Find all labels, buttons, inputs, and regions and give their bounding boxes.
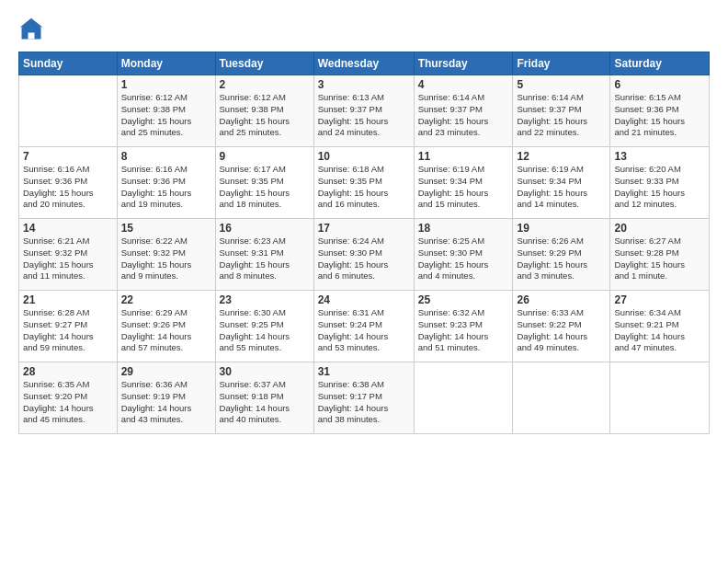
day-info: Sunrise: 6:23 AM Sunset: 9:31 PM Dayligh… xyxy=(220,236,310,282)
calendar-cell: 9Sunrise: 6:17 AM Sunset: 9:35 PM Daylig… xyxy=(215,147,313,219)
calendar-header-sunday: Sunday xyxy=(19,52,118,75)
day-info: Sunrise: 6:30 AM Sunset: 9:25 PM Dayligh… xyxy=(220,307,310,354)
calendar-cell xyxy=(414,362,513,434)
day-info: Sunrise: 6:12 AM Sunset: 9:38 PM Dayligh… xyxy=(121,92,211,139)
day-info: Sunrise: 6:16 AM Sunset: 9:36 PM Dayligh… xyxy=(23,164,113,211)
calendar-week-3: 14Sunrise: 6:21 AM Sunset: 9:32 PM Dayli… xyxy=(19,219,710,291)
page: SundayMondayTuesdayWednesdayThursdayFrid… xyxy=(0,0,728,563)
calendar-header-wednesday: Wednesday xyxy=(313,52,414,75)
day-number: 6 xyxy=(614,78,705,91)
calendar-cell: 29Sunrise: 6:36 AM Sunset: 9:19 PM Dayli… xyxy=(117,362,215,434)
day-number: 3 xyxy=(318,78,410,91)
day-info: Sunrise: 6:19 AM Sunset: 9:34 PM Dayligh… xyxy=(517,164,606,211)
day-info: Sunrise: 6:12 AM Sunset: 9:38 PM Dayligh… xyxy=(220,92,310,139)
day-number: 24 xyxy=(318,293,410,306)
day-info: Sunrise: 6:38 AM Sunset: 9:17 PM Dayligh… xyxy=(318,379,410,426)
day-info: Sunrise: 6:24 AM Sunset: 9:30 PM Dayligh… xyxy=(318,236,410,282)
calendar-cell: 25Sunrise: 6:32 AM Sunset: 9:23 PM Dayli… xyxy=(414,291,513,362)
day-number: 5 xyxy=(517,78,606,91)
calendar-cell: 17Sunrise: 6:24 AM Sunset: 9:30 PM Dayli… xyxy=(313,219,414,291)
day-info: Sunrise: 6:27 AM Sunset: 9:28 PM Dayligh… xyxy=(614,236,705,282)
calendar-cell: 5Sunrise: 6:14 AM Sunset: 9:37 PM Daylig… xyxy=(513,75,610,147)
day-number: 12 xyxy=(517,150,606,163)
calendar-cell: 31Sunrise: 6:38 AM Sunset: 9:17 PM Dayli… xyxy=(313,362,414,434)
day-number: 30 xyxy=(220,365,310,378)
day-number: 18 xyxy=(418,222,509,235)
calendar-header-thursday: Thursday xyxy=(414,52,513,75)
calendar-cell xyxy=(610,362,710,434)
calendar-cell: 15Sunrise: 6:22 AM Sunset: 9:32 PM Dayli… xyxy=(117,219,215,291)
day-number: 8 xyxy=(121,150,211,163)
day-number: 11 xyxy=(418,150,509,163)
calendar-cell: 16Sunrise: 6:23 AM Sunset: 9:31 PM Dayli… xyxy=(215,219,313,291)
day-info: Sunrise: 6:33 AM Sunset: 9:22 PM Dayligh… xyxy=(517,307,606,354)
day-number: 28 xyxy=(23,365,113,378)
logo-icon xyxy=(18,17,44,42)
day-info: Sunrise: 6:14 AM Sunset: 9:37 PM Dayligh… xyxy=(418,92,509,139)
day-number: 20 xyxy=(614,222,705,235)
calendar-header-row: SundayMondayTuesdayWednesdayThursdayFrid… xyxy=(19,52,710,75)
day-number: 4 xyxy=(418,78,509,91)
calendar-cell: 23Sunrise: 6:30 AM Sunset: 9:25 PM Dayli… xyxy=(215,291,313,362)
day-number: 23 xyxy=(220,293,310,306)
calendar-table: SundayMondayTuesdayWednesdayThursdayFrid… xyxy=(18,52,710,434)
calendar-cell: 8Sunrise: 6:16 AM Sunset: 9:36 PM Daylig… xyxy=(117,147,215,219)
calendar-header-tuesday: Tuesday xyxy=(215,52,313,75)
calendar-cell: 20Sunrise: 6:27 AM Sunset: 9:28 PM Dayli… xyxy=(610,219,710,291)
day-info: Sunrise: 6:13 AM Sunset: 9:37 PM Dayligh… xyxy=(318,92,410,139)
calendar-cell xyxy=(19,75,118,147)
day-info: Sunrise: 6:35 AM Sunset: 9:20 PM Dayligh… xyxy=(23,379,113,426)
calendar-cell: 28Sunrise: 6:35 AM Sunset: 9:20 PM Dayli… xyxy=(19,362,118,434)
header xyxy=(18,17,710,42)
day-number: 21 xyxy=(23,293,113,306)
day-number: 22 xyxy=(121,293,211,306)
day-number: 19 xyxy=(517,222,606,235)
calendar-cell: 6Sunrise: 6:15 AM Sunset: 9:36 PM Daylig… xyxy=(610,75,710,147)
calendar-week-1: 1Sunrise: 6:12 AM Sunset: 9:38 PM Daylig… xyxy=(19,75,710,147)
calendar-cell: 19Sunrise: 6:26 AM Sunset: 9:29 PM Dayli… xyxy=(513,219,610,291)
calendar-week-5: 28Sunrise: 6:35 AM Sunset: 9:20 PM Dayli… xyxy=(19,362,710,434)
day-number: 13 xyxy=(614,150,705,163)
day-info: Sunrise: 6:28 AM Sunset: 9:27 PM Dayligh… xyxy=(23,307,113,354)
calendar-header-saturday: Saturday xyxy=(610,52,710,75)
day-number: 15 xyxy=(121,222,211,235)
svg-rect-2 xyxy=(28,33,35,40)
day-number: 9 xyxy=(220,150,310,163)
day-number: 26 xyxy=(517,293,606,306)
day-number: 16 xyxy=(220,222,310,235)
day-info: Sunrise: 6:18 AM Sunset: 9:35 PM Dayligh… xyxy=(318,164,410,211)
day-info: Sunrise: 6:37 AM Sunset: 9:18 PM Dayligh… xyxy=(220,379,310,426)
calendar-cell: 24Sunrise: 6:31 AM Sunset: 9:24 PM Dayli… xyxy=(313,291,414,362)
calendar-cell: 13Sunrise: 6:20 AM Sunset: 9:33 PM Dayli… xyxy=(610,147,710,219)
day-number: 2 xyxy=(220,78,310,91)
calendar-cell: 18Sunrise: 6:25 AM Sunset: 9:30 PM Dayli… xyxy=(414,219,513,291)
calendar-cell: 2Sunrise: 6:12 AM Sunset: 9:38 PM Daylig… xyxy=(215,75,313,147)
calendar-cell xyxy=(513,362,610,434)
calendar-cell: 14Sunrise: 6:21 AM Sunset: 9:32 PM Dayli… xyxy=(19,219,118,291)
day-number: 14 xyxy=(23,222,113,235)
calendar-cell: 21Sunrise: 6:28 AM Sunset: 9:27 PM Dayli… xyxy=(19,291,118,362)
day-info: Sunrise: 6:15 AM Sunset: 9:36 PM Dayligh… xyxy=(614,92,705,139)
day-info: Sunrise: 6:26 AM Sunset: 9:29 PM Dayligh… xyxy=(517,236,606,282)
calendar-cell: 4Sunrise: 6:14 AM Sunset: 9:37 PM Daylig… xyxy=(414,75,513,147)
day-number: 27 xyxy=(614,293,705,306)
day-number: 7 xyxy=(23,150,113,163)
day-number: 10 xyxy=(318,150,410,163)
calendar-cell: 30Sunrise: 6:37 AM Sunset: 9:18 PM Dayli… xyxy=(215,362,313,434)
day-info: Sunrise: 6:16 AM Sunset: 9:36 PM Dayligh… xyxy=(121,164,211,211)
calendar-cell: 27Sunrise: 6:34 AM Sunset: 9:21 PM Dayli… xyxy=(610,291,710,362)
calendar-cell: 22Sunrise: 6:29 AM Sunset: 9:26 PM Dayli… xyxy=(117,291,215,362)
calendar-week-2: 7Sunrise: 6:16 AM Sunset: 9:36 PM Daylig… xyxy=(19,147,710,219)
day-info: Sunrise: 6:36 AM Sunset: 9:19 PM Dayligh… xyxy=(121,379,211,426)
day-number: 31 xyxy=(318,365,410,378)
day-info: Sunrise: 6:32 AM Sunset: 9:23 PM Dayligh… xyxy=(418,307,509,354)
calendar-cell: 26Sunrise: 6:33 AM Sunset: 9:22 PM Dayli… xyxy=(513,291,610,362)
day-info: Sunrise: 6:29 AM Sunset: 9:26 PM Dayligh… xyxy=(121,307,211,354)
day-number: 25 xyxy=(418,293,509,306)
day-info: Sunrise: 6:17 AM Sunset: 9:35 PM Dayligh… xyxy=(220,164,310,211)
day-info: Sunrise: 6:19 AM Sunset: 9:34 PM Dayligh… xyxy=(418,164,509,211)
calendar-cell: 3Sunrise: 6:13 AM Sunset: 9:37 PM Daylig… xyxy=(313,75,414,147)
day-info: Sunrise: 6:25 AM Sunset: 9:30 PM Dayligh… xyxy=(418,236,509,282)
calendar-header-monday: Monday xyxy=(117,52,215,75)
calendar-week-4: 21Sunrise: 6:28 AM Sunset: 9:27 PM Dayli… xyxy=(19,291,710,362)
